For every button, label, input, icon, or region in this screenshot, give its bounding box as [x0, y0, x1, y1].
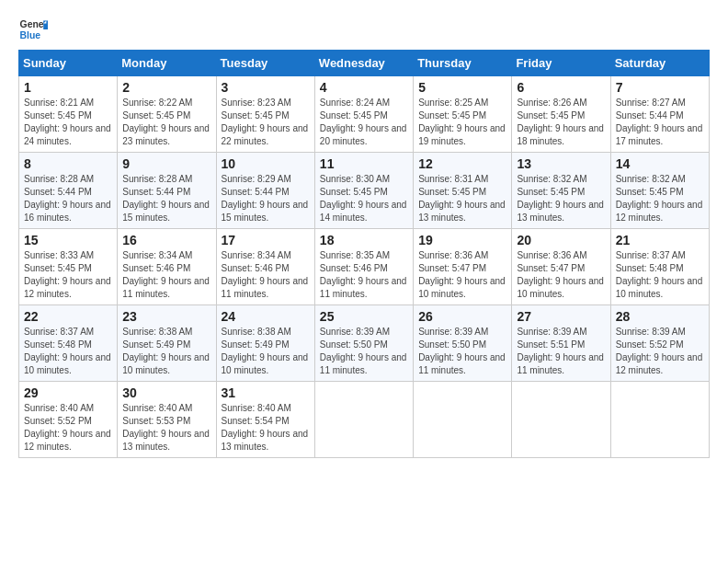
- calendar-cell-11: 11Sunrise: 8:30 AMSunset: 5:45 PMDayligh…: [314, 153, 413, 229]
- cell-info: Sunrise: 8:39 AMSunset: 5:50 PMDaylight:…: [320, 326, 408, 377]
- cell-info: Sunrise: 8:31 AMSunset: 5:45 PMDaylight:…: [418, 173, 506, 224]
- cell-day-number: 9: [122, 156, 210, 171]
- calendar-header-row: SundayMondayTuesdayWednesdayThursdayFrid…: [19, 51, 710, 76]
- cell-day-number: 26: [418, 309, 506, 324]
- cell-day-number: 20: [517, 233, 605, 247]
- page-header: General Blue: [18, 15, 710, 44]
- cell-info: Sunrise: 8:37 AMSunset: 5:48 PMDaylight:…: [24, 326, 112, 377]
- calendar-cell-4: 4Sunrise: 8:24 AMSunset: 5:45 PMDaylight…: [314, 76, 413, 153]
- cell-info: Sunrise: 8:40 AMSunset: 5:53 PMDaylight:…: [122, 402, 210, 454]
- calendar-cell-2: 2Sunrise: 8:22 AMSunset: 5:45 PMDaylight…: [118, 76, 216, 153]
- calendar-cell-18: 18Sunrise: 8:35 AMSunset: 5:46 PMDayligh…: [314, 229, 413, 305]
- logo: General Blue: [18, 15, 48, 44]
- cell-info: Sunrise: 8:36 AMSunset: 5:47 PMDaylight:…: [418, 249, 506, 301]
- cell-day-number: 10: [222, 156, 310, 171]
- empty-cell: [610, 382, 709, 458]
- calendar-cell-8: 8Sunrise: 8:28 AMSunset: 5:44 PMDaylight…: [19, 153, 118, 229]
- calendar-header-friday: Friday: [512, 51, 610, 76]
- cell-info: Sunrise: 8:40 AMSunset: 5:52 PMDaylight:…: [24, 402, 112, 454]
- calendar-cell-22: 22Sunrise: 8:37 AMSunset: 5:48 PMDayligh…: [19, 305, 118, 382]
- calendar-cell-16: 16Sunrise: 8:34 AMSunset: 5:46 PMDayligh…: [118, 229, 216, 305]
- calendar-cell-1: 1Sunrise: 8:21 AMSunset: 5:45 PMDaylight…: [19, 76, 118, 153]
- cell-info: Sunrise: 8:26 AMSunset: 5:45 PMDaylight:…: [517, 97, 605, 148]
- cell-info: Sunrise: 8:23 AMSunset: 5:45 PMDaylight:…: [222, 97, 310, 148]
- cell-day-number: 19: [418, 233, 506, 247]
- cell-info: Sunrise: 8:39 AMSunset: 5:51 PMDaylight:…: [517, 326, 605, 377]
- cell-day-number: 29: [24, 385, 112, 400]
- calendar-cell-5: 5Sunrise: 8:25 AMSunset: 5:45 PMDaylight…: [414, 76, 512, 153]
- calendar-cell-23: 23Sunrise: 8:38 AMSunset: 5:49 PMDayligh…: [118, 305, 216, 382]
- calendar-header-thursday: Thursday: [414, 51, 512, 76]
- cell-day-number: 1: [24, 80, 112, 95]
- cell-day-number: 22: [24, 309, 112, 324]
- calendar-header-wednesday: Wednesday: [314, 51, 413, 76]
- cell-day-number: 5: [418, 80, 506, 95]
- empty-cell: [414, 382, 512, 458]
- calendar-cell-3: 3Sunrise: 8:23 AMSunset: 5:45 PMDaylight…: [216, 76, 314, 153]
- cell-day-number: 30: [122, 385, 210, 400]
- cell-day-number: 2: [122, 80, 210, 95]
- calendar-cell-21: 21Sunrise: 8:37 AMSunset: 5:48 PMDayligh…: [610, 229, 709, 305]
- cell-day-number: 23: [122, 309, 210, 324]
- cell-info: Sunrise: 8:39 AMSunset: 5:52 PMDaylight:…: [616, 326, 704, 377]
- cell-day-number: 18: [320, 233, 408, 247]
- calendar-cell-9: 9Sunrise: 8:28 AMSunset: 5:44 PMDaylight…: [118, 153, 216, 229]
- cell-info: Sunrise: 8:24 AMSunset: 5:45 PMDaylight:…: [320, 97, 408, 148]
- cell-info: Sunrise: 8:37 AMSunset: 5:48 PMDaylight:…: [616, 249, 704, 301]
- cell-info: Sunrise: 8:39 AMSunset: 5:50 PMDaylight:…: [418, 326, 506, 377]
- calendar-cell-25: 25Sunrise: 8:39 AMSunset: 5:50 PMDayligh…: [314, 305, 413, 382]
- cell-info: Sunrise: 8:32 AMSunset: 5:45 PMDaylight:…: [517, 173, 605, 224]
- cell-day-number: 28: [616, 309, 704, 324]
- cell-day-number: 16: [122, 233, 210, 247]
- cell-info: Sunrise: 8:33 AMSunset: 5:45 PMDaylight:…: [24, 249, 112, 301]
- cell-info: Sunrise: 8:21 AMSunset: 5:45 PMDaylight:…: [24, 97, 112, 148]
- cell-info: Sunrise: 8:25 AMSunset: 5:45 PMDaylight:…: [418, 97, 506, 148]
- calendar-cell-14: 14Sunrise: 8:32 AMSunset: 5:45 PMDayligh…: [610, 153, 709, 229]
- cell-info: Sunrise: 8:35 AMSunset: 5:46 PMDaylight:…: [320, 249, 408, 301]
- calendar-week-row: 8Sunrise: 8:28 AMSunset: 5:44 PMDaylight…: [19, 153, 710, 229]
- calendar-cell-31: 31Sunrise: 8:40 AMSunset: 5:54 PMDayligh…: [216, 382, 314, 458]
- cell-info: Sunrise: 8:30 AMSunset: 5:45 PMDaylight:…: [320, 173, 408, 224]
- calendar-cell-28: 28Sunrise: 8:39 AMSunset: 5:52 PMDayligh…: [610, 305, 709, 382]
- calendar-cell-30: 30Sunrise: 8:40 AMSunset: 5:53 PMDayligh…: [118, 382, 216, 458]
- calendar-cell-6: 6Sunrise: 8:26 AMSunset: 5:45 PMDaylight…: [512, 76, 610, 153]
- cell-info: Sunrise: 8:38 AMSunset: 5:49 PMDaylight:…: [122, 326, 210, 377]
- calendar-table: SundayMondayTuesdayWednesdayThursdayFrid…: [18, 50, 710, 458]
- calendar-week-row: 15Sunrise: 8:33 AMSunset: 5:45 PMDayligh…: [19, 229, 710, 305]
- calendar-cell-27: 27Sunrise: 8:39 AMSunset: 5:51 PMDayligh…: [512, 305, 610, 382]
- cell-day-number: 17: [222, 233, 310, 247]
- calendar-week-row: 22Sunrise: 8:37 AMSunset: 5:48 PMDayligh…: [19, 305, 710, 382]
- cell-info: Sunrise: 8:27 AMSunset: 5:44 PMDaylight:…: [616, 97, 704, 148]
- logo-icon: General Blue: [18, 15, 48, 44]
- cell-info: Sunrise: 8:28 AMSunset: 5:44 PMDaylight:…: [122, 173, 210, 224]
- calendar-header-tuesday: Tuesday: [216, 51, 314, 76]
- empty-cell: [512, 382, 610, 458]
- cell-day-number: 4: [320, 80, 408, 95]
- cell-day-number: 21: [616, 233, 704, 247]
- calendar-cell-13: 13Sunrise: 8:32 AMSunset: 5:45 PMDayligh…: [512, 153, 610, 229]
- calendar-cell-7: 7Sunrise: 8:27 AMSunset: 5:44 PMDaylight…: [610, 76, 709, 153]
- calendar-cell-10: 10Sunrise: 8:29 AMSunset: 5:44 PMDayligh…: [216, 153, 314, 229]
- cell-info: Sunrise: 8:34 AMSunset: 5:46 PMDaylight:…: [222, 249, 310, 301]
- cell-info: Sunrise: 8:40 AMSunset: 5:54 PMDaylight:…: [222, 402, 310, 454]
- cell-day-number: 7: [616, 80, 704, 95]
- calendar-cell-12: 12Sunrise: 8:31 AMSunset: 5:45 PMDayligh…: [414, 153, 512, 229]
- cell-day-number: 24: [222, 309, 310, 324]
- calendar-cell-26: 26Sunrise: 8:39 AMSunset: 5:50 PMDayligh…: [414, 305, 512, 382]
- cell-day-number: 31: [222, 385, 310, 400]
- cell-day-number: 14: [616, 156, 704, 171]
- cell-day-number: 8: [24, 156, 112, 171]
- cell-info: Sunrise: 8:22 AMSunset: 5:45 PMDaylight:…: [122, 97, 210, 148]
- calendar-header-monday: Monday: [118, 51, 216, 76]
- cell-info: Sunrise: 8:36 AMSunset: 5:47 PMDaylight:…: [517, 249, 605, 301]
- cell-day-number: 6: [517, 80, 605, 95]
- cell-info: Sunrise: 8:38 AMSunset: 5:49 PMDaylight:…: [222, 326, 310, 377]
- cell-day-number: 13: [517, 156, 605, 171]
- cell-day-number: 25: [320, 309, 408, 324]
- cell-day-number: 27: [517, 309, 605, 324]
- calendar-header-saturday: Saturday: [610, 51, 709, 76]
- calendar-cell-19: 19Sunrise: 8:36 AMSunset: 5:47 PMDayligh…: [414, 229, 512, 305]
- empty-cell: [314, 382, 413, 458]
- cell-day-number: 12: [418, 156, 506, 171]
- cell-day-number: 15: [24, 233, 112, 247]
